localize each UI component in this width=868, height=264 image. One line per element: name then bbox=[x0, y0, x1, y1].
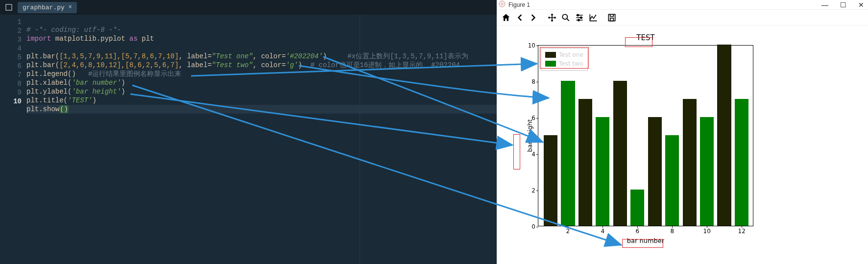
code-token: plt.bar( bbox=[26, 52, 59, 60]
bar bbox=[630, 190, 644, 226]
annotation-box bbox=[513, 134, 520, 169]
config-icon[interactable] bbox=[573, 11, 586, 24]
file-tab-label: graphbar.py bbox=[23, 4, 65, 11]
close-icon[interactable]: × bbox=[69, 4, 72, 11]
line-number: 3 bbox=[0, 35, 22, 44]
legend: Test one Test two bbox=[541, 48, 588, 71]
code-token: # -*- coding: utf-8 -*- bbox=[26, 26, 121, 34]
maximize-button[interactable]: ☐ bbox=[840, 1, 846, 9]
svg-point-2 bbox=[562, 14, 567, 19]
zoom-icon[interactable] bbox=[559, 11, 572, 24]
line-number: 7 bbox=[0, 71, 22, 79]
line-number-gutter: 1 2 3 4 5 6 7 8 9 10 bbox=[0, 15, 26, 264]
bar bbox=[544, 135, 557, 226]
code-token: "Test two" bbox=[212, 61, 253, 69]
line-number: 8 bbox=[0, 79, 22, 88]
code-token: #x位置上数列[1,3,5,7,9,11]表示为 bbox=[327, 52, 468, 60]
line-number: 4 bbox=[0, 44, 22, 53]
legend-entry: Test two bbox=[545, 59, 583, 68]
bar bbox=[717, 45, 731, 226]
titlebar[interactable]: Figure 1 — ☐ ✕ bbox=[497, 0, 868, 10]
code-token: plt.title( bbox=[26, 96, 68, 104]
code-token: 'g' bbox=[286, 61, 298, 69]
bar bbox=[665, 135, 679, 226]
window-close-button[interactable]: ✕ bbox=[858, 1, 864, 9]
svg-rect-7 bbox=[610, 18, 614, 21]
edit-axes-icon[interactable] bbox=[587, 11, 600, 24]
code-token: plt.xlabel( bbox=[26, 79, 72, 87]
code-token: matplotlib.pyplot bbox=[51, 35, 129, 43]
editor-ruler bbox=[360, 15, 360, 264]
svg-point-4 bbox=[580, 17, 582, 18]
line-number: 1 bbox=[0, 18, 22, 26]
code-token: plt.bar( bbox=[26, 61, 59, 69]
file-list-icon[interactable] bbox=[0, 0, 18, 15]
bar bbox=[613, 81, 627, 226]
code-token: ) bbox=[121, 79, 125, 87]
code-token: 'TEST' bbox=[68, 96, 92, 104]
code-token: "Test one" bbox=[212, 52, 253, 60]
plot-axes: 024681024681012 bbox=[538, 45, 753, 226]
code-token: , color= bbox=[253, 52, 286, 60]
code-token: plt bbox=[138, 35, 154, 43]
bar bbox=[700, 117, 714, 226]
code-token: ) bbox=[92, 96, 96, 104]
bar bbox=[561, 81, 575, 226]
code-token: plt.show bbox=[26, 105, 59, 113]
code-editor: graphbar.py × 1 2 3 4 5 6 7 8 9 10 # -*-… bbox=[0, 0, 497, 264]
code-token: , color= bbox=[253, 61, 286, 69]
y-axis-label: bar height bbox=[526, 119, 533, 152]
code-text[interactable]: # -*- coding: utf-8 -*- import matplotli… bbox=[26, 15, 497, 264]
code-token: '#202204' bbox=[286, 52, 323, 60]
app-icon bbox=[499, 0, 506, 9]
line-number: 10 bbox=[0, 97, 22, 106]
bar bbox=[648, 117, 662, 226]
bar bbox=[579, 99, 592, 226]
legend-swatch bbox=[545, 61, 556, 67]
code-token: , label= bbox=[179, 61, 212, 69]
plot-canvas[interactable]: TEST 024681024681012 bar height bar numb… bbox=[497, 25, 868, 264]
bar bbox=[683, 99, 697, 226]
code-token: [1,3,5,7,9,11],[5,7,8,6,7,10] bbox=[59, 52, 179, 60]
code-area[interactable]: 1 2 3 4 5 6 7 8 9 10 # -*- coding: utf-8… bbox=[0, 15, 497, 264]
code-token: 'bar number' bbox=[72, 79, 121, 87]
bar bbox=[596, 117, 609, 226]
pan-icon[interactable] bbox=[546, 11, 558, 24]
line-number: 9 bbox=[0, 88, 22, 97]
minimize-button[interactable]: — bbox=[821, 1, 828, 9]
code-token: [2,4,6,8,10,12],[8,6,2,5,6,7] bbox=[59, 61, 179, 69]
tab-bar: graphbar.py × bbox=[0, 0, 497, 15]
back-icon[interactable] bbox=[513, 11, 526, 24]
line-number: 2 bbox=[0, 26, 22, 35]
plot-title: TEST bbox=[538, 33, 753, 42]
code-token: , label= bbox=[179, 52, 212, 60]
code-token: () bbox=[59, 105, 69, 113]
svg-rect-0 bbox=[6, 4, 12, 10]
line-number: 6 bbox=[0, 62, 22, 71]
code-token: 'bar height' bbox=[72, 88, 121, 96]
legend-label: Test two bbox=[559, 60, 583, 67]
code-token: ) bbox=[298, 61, 302, 69]
forward-icon[interactable] bbox=[527, 11, 540, 24]
legend-entry: Test one bbox=[545, 50, 583, 59]
code-token: as bbox=[129, 35, 138, 43]
matplotlib-window: Figure 1 — ☐ ✕ TEST 024681024681012 bar … bbox=[497, 0, 868, 264]
code-token: plt.ylabel( bbox=[26, 88, 72, 96]
code-token: ) bbox=[121, 88, 125, 96]
code-token: # color也可是16进制，如上显示的 #202204 bbox=[302, 61, 460, 69]
svg-point-5 bbox=[578, 19, 579, 21]
bar bbox=[735, 99, 748, 226]
svg-point-3 bbox=[577, 14, 579, 16]
save-icon[interactable] bbox=[605, 11, 618, 24]
x-axis-label: bar number bbox=[538, 237, 753, 244]
legend-label: Test one bbox=[559, 51, 583, 58]
legend-swatch bbox=[545, 52, 556, 58]
file-tab[interactable]: graphbar.py × bbox=[18, 2, 77, 13]
window-title: Figure 1 bbox=[508, 1, 530, 8]
code-token: #运行结果里图例名称显示出来 bbox=[76, 70, 182, 78]
code-token: plt.legend() bbox=[26, 70, 76, 78]
home-icon[interactable] bbox=[500, 11, 512, 24]
code-token: import bbox=[26, 35, 51, 43]
plot-area: TEST 024681024681012 bar height bar numb… bbox=[538, 45, 753, 226]
line-number: 5 bbox=[0, 53, 22, 62]
